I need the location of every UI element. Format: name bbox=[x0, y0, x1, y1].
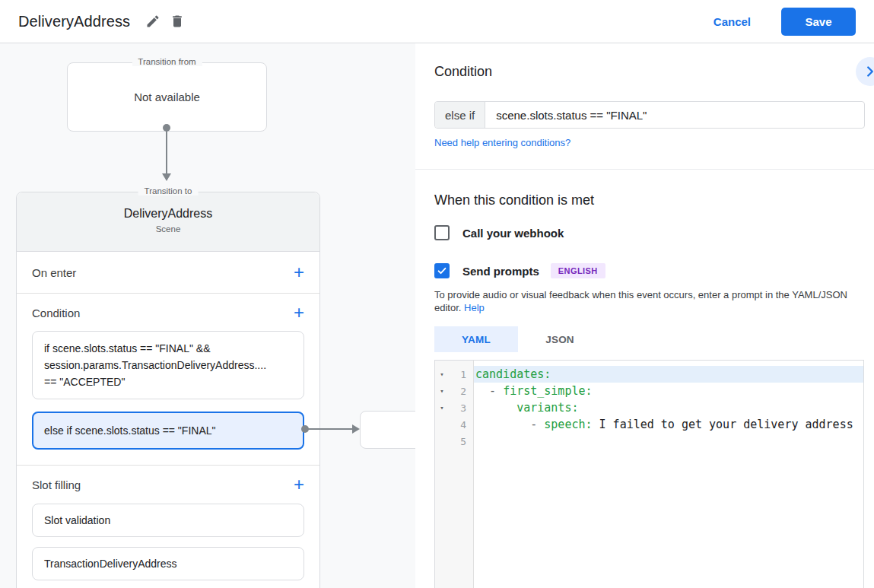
language-badge: ENGLISH bbox=[551, 263, 605, 278]
slot-filling-label: Slot filling bbox=[32, 478, 81, 491]
page: DeliveryAddress Cancel Save Transition f… bbox=[0, 0, 874, 588]
transition-from-content: Not available bbox=[68, 63, 266, 131]
gutter-row: ▾ 2 bbox=[435, 383, 473, 399]
connector-line-horizontal bbox=[307, 428, 353, 430]
code-line: candidates: bbox=[474, 366, 863, 383]
pencil-icon bbox=[145, 14, 160, 29]
condition-prefix-label: else if bbox=[435, 102, 485, 128]
condition-detail-panel: Condition else if Need help entering con… bbox=[415, 43, 874, 588]
chevron-right-icon bbox=[862, 63, 874, 80]
fold-toggle-icon[interactable]: ▾ bbox=[435, 404, 449, 412]
condition-expression-row: else if bbox=[434, 101, 865, 129]
yaml-value: I failed to get your delivery address bbox=[593, 418, 853, 431]
trash-icon bbox=[170, 14, 185, 29]
save-button[interactable]: Save bbox=[781, 8, 856, 36]
call-webhook-row: Call your webhook bbox=[434, 225, 564, 240]
yaml-key: first_simple: bbox=[503, 384, 592, 398]
on-enter-section[interactable]: On enter + bbox=[17, 252, 319, 294]
code-line: variants: bbox=[474, 399, 863, 416]
fold-toggle-icon[interactable]: ▾ bbox=[435, 370, 449, 378]
yaml-indent bbox=[475, 401, 516, 415]
yaml-code-editor[interactable]: ▾ 1 ▾ 2 ▾ 3 4 bbox=[434, 360, 864, 588]
scene-card-header[interactable]: DeliveryAddress Scene bbox=[17, 192, 319, 252]
condition-panel-heading: Condition bbox=[434, 64, 492, 80]
transition-from-box: Transition from Not available bbox=[67, 62, 267, 132]
edit-scene-button[interactable] bbox=[141, 9, 165, 33]
prompt-description: To provide audio or visual feedback when… bbox=[434, 288, 868, 314]
transition-to-legend: Transition to bbox=[138, 186, 199, 195]
editor-gutter: ▾ 1 ▾ 2 ▾ 3 4 bbox=[435, 361, 474, 588]
help-link[interactable]: Help bbox=[464, 302, 485, 313]
transition-target-box[interactable] bbox=[360, 411, 415, 449]
editor-code-area[interactable]: candidates: - first_simple: variants: - … bbox=[474, 361, 863, 588]
condition-item-if[interactable]: if scene.slots.status == "FINAL" && sess… bbox=[32, 331, 304, 399]
add-on-enter-button[interactable]: + bbox=[294, 265, 304, 280]
yaml-indent: - bbox=[475, 384, 503, 398]
editor-format-tabs: YAML JSON bbox=[434, 326, 602, 352]
scene-card-subtitle: Scene bbox=[17, 224, 319, 234]
send-prompts-row: Send prompts ENGLISH bbox=[434, 263, 605, 278]
add-slot-button[interactable]: + bbox=[294, 477, 304, 492]
line-number: 4 bbox=[449, 419, 473, 431]
conditions-help-link[interactable]: Need help entering conditions? bbox=[434, 137, 570, 148]
gutter-row: 5 bbox=[435, 433, 473, 450]
scene-diagram-canvas: Transition from Not available Transition… bbox=[0, 43, 415, 588]
yaml-indent: - bbox=[475, 418, 544, 431]
gutter-row: ▾ 3 bbox=[435, 399, 473, 416]
gutter-row: ▾ 1 bbox=[435, 366, 473, 383]
arrow-down-icon bbox=[162, 173, 171, 181]
prompt-description-text: To provide audio or visual feedback when… bbox=[434, 289, 847, 313]
on-enter-label: On enter bbox=[32, 266, 76, 279]
cancel-button[interactable]: Cancel bbox=[714, 15, 751, 28]
scene-card-title: DeliveryAddress bbox=[17, 207, 319, 221]
condition-text-line: == "ACCEPTED" bbox=[44, 373, 292, 390]
arrow-right-icon bbox=[352, 424, 360, 434]
code-line: - first_simple: bbox=[474, 383, 863, 399]
gutter-row: 4 bbox=[435, 416, 473, 433]
line-number: 2 bbox=[449, 386, 473, 397]
condition-text-line: session.params.TransactionDeliveryAddres… bbox=[44, 357, 292, 373]
call-webhook-label: Call your webhook bbox=[462, 227, 564, 240]
condition-item-elseif-selected[interactable]: else if scene.slots.status == "FINAL" bbox=[32, 412, 304, 450]
fold-toggle-icon[interactable]: ▾ bbox=[435, 387, 449, 395]
yaml-key: candidates: bbox=[475, 367, 551, 381]
yaml-key: variants: bbox=[516, 401, 578, 415]
main-content: Transition from Not available Transition… bbox=[0, 43, 874, 588]
condition-text-line: else if scene.slots.status == "FINAL" bbox=[44, 422, 292, 439]
yaml-key: speech: bbox=[544, 418, 592, 431]
tab-json[interactable]: JSON bbox=[518, 326, 602, 352]
condition-section-label: Condition bbox=[32, 307, 80, 319]
top-bar: DeliveryAddress Cancel Save bbox=[0, 0, 874, 43]
scene-card: Transition to DeliveryAddress Scene On e… bbox=[16, 192, 320, 588]
line-number: 1 bbox=[449, 369, 473, 380]
collapse-panel-button[interactable] bbox=[856, 57, 874, 86]
code-line bbox=[474, 433, 863, 450]
condition-text-line: if scene.slots.status == "FINAL" && bbox=[44, 340, 292, 357]
line-number: 3 bbox=[449, 402, 473, 414]
section-divider bbox=[415, 169, 874, 170]
checkmark-icon bbox=[437, 265, 447, 276]
call-webhook-checkbox[interactable] bbox=[434, 225, 450, 240]
tab-yaml[interactable]: YAML bbox=[434, 326, 518, 352]
transition-from-legend: Transition from bbox=[132, 57, 202, 66]
send-prompts-checkbox[interactable] bbox=[434, 263, 450, 278]
connector-line-vertical bbox=[166, 128, 167, 173]
condition-expression-input[interactable] bbox=[485, 102, 864, 128]
line-number: 5 bbox=[449, 436, 473, 447]
slot-validation-item[interactable]: Slot validation bbox=[32, 504, 304, 537]
code-line: - speech: I failed to get your delivery … bbox=[474, 416, 863, 433]
page-title: DeliveryAddress bbox=[18, 13, 130, 30]
when-condition-met-heading: When this condition is met bbox=[434, 192, 594, 208]
condition-section: Condition + if scene.slots.status == "FI… bbox=[17, 294, 319, 466]
add-condition-button[interactable]: + bbox=[294, 305, 304, 320]
delete-scene-button[interactable] bbox=[165, 9, 189, 33]
send-prompts-label: Send prompts bbox=[462, 265, 539, 278]
transaction-delivery-address-item[interactable]: TransactionDeliveryAddress bbox=[32, 547, 304, 580]
slot-filling-section: Slot filling + Slot validation Transacti… bbox=[17, 466, 319, 588]
